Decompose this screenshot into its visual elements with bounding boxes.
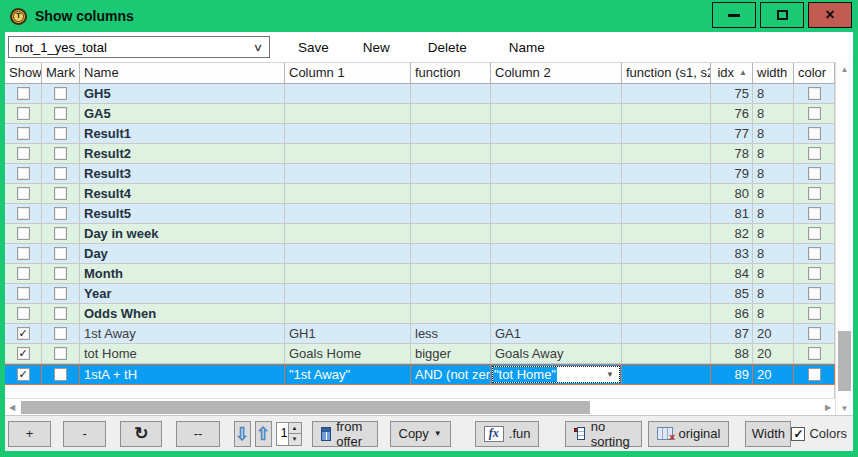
no-sorting-button[interactable]: no sorting <box>565 421 642 447</box>
table-row[interactable]: Year858 <box>5 284 835 304</box>
move-up-button[interactable]: ⇧ <box>255 421 272 447</box>
color-checkbox[interactable] <box>808 107 821 120</box>
table-row[interactable]: Day in week828 <box>5 224 835 244</box>
mark-checkbox[interactable] <box>54 87 67 100</box>
scroll-right-icon[interactable]: ▶ <box>821 403 835 412</box>
mark-checkbox[interactable] <box>54 187 67 200</box>
remove-row-button[interactable]: - <box>63 421 106 447</box>
mark-checkbox[interactable] <box>54 307 67 320</box>
colors-toggle[interactable]: ✓ Colors <box>791 426 847 441</box>
show-checkbox[interactable]: ✓ <box>17 368 30 381</box>
add-row-button[interactable]: + <box>8 421 51 447</box>
from-offer-button[interactable]: from offer <box>312 421 378 447</box>
minimize-button[interactable] <box>712 2 756 28</box>
column2-editor-combobox[interactable]: "tot Home"▼ <box>492 366 620 383</box>
color-checkbox[interactable] <box>808 87 821 100</box>
original-button[interactable]: × original <box>648 421 729 447</box>
mark-checkbox[interactable] <box>54 107 67 120</box>
remove-all-button[interactable]: -- <box>176 421 219 447</box>
mark-checkbox[interactable] <box>54 167 67 180</box>
show-checkbox[interactable] <box>17 147 30 160</box>
show-checkbox[interactable] <box>17 267 30 280</box>
close-button[interactable]: × <box>808 2 852 28</box>
position-spinner[interactable]: 1 ▲ ▼ <box>276 422 302 446</box>
table-row[interactable]: Day838 <box>5 244 835 264</box>
mark-checkbox[interactable] <box>54 147 67 160</box>
copy-dropdown-button[interactable]: Copy ▼ <box>390 421 451 447</box>
table-row[interactable]: Result3798 <box>5 164 835 184</box>
column-header-name[interactable]: Name <box>80 63 285 83</box>
column-header-idx[interactable]: idx▲ <box>711 63 753 83</box>
scroll-down-icon[interactable]: ▼ <box>836 401 853 415</box>
show-checkbox[interactable] <box>17 227 30 240</box>
table-row[interactable]: Month848 <box>5 264 835 284</box>
column-header-color[interactable]: color <box>794 63 835 83</box>
mark-checkbox[interactable] <box>54 327 67 340</box>
fun-button[interactable]: fx .fun <box>475 421 540 447</box>
scroll-up-icon[interactable]: ▲ <box>836 62 853 76</box>
move-down-button[interactable]: ⇩ <box>234 421 251 447</box>
vertical-scrollbar[interactable]: ▲ ▼ <box>835 62 853 415</box>
delete-button[interactable]: Delete <box>422 36 473 59</box>
color-checkbox[interactable] <box>808 187 821 200</box>
color-checkbox[interactable] <box>808 287 821 300</box>
vertical-scroll-thumb[interactable] <box>838 331 851 391</box>
table-row[interactable]: Result5818 <box>5 204 835 224</box>
column-header-function[interactable]: function <box>411 63 491 83</box>
column-header-mark[interactable]: Mark <box>42 63 80 83</box>
show-checkbox[interactable] <box>17 127 30 140</box>
column-header-column1[interactable]: Column 1 <box>285 63 411 83</box>
mark-checkbox[interactable] <box>54 227 67 240</box>
color-checkbox[interactable] <box>808 327 821 340</box>
mark-checkbox[interactable] <box>54 267 67 280</box>
save-button[interactable]: Save <box>292 36 335 59</box>
horizontal-scrollbar[interactable]: ◀ ▶ <box>5 398 835 415</box>
horizontal-scroll-thumb[interactable] <box>21 401 590 414</box>
maximize-button[interactable] <box>760 2 804 28</box>
table-row[interactable]: Odds When868 <box>5 304 835 324</box>
color-checkbox[interactable] <box>808 307 821 320</box>
table-row[interactable]: ✓1stA + tH"1st Away"AND (not zero)"tot H… <box>5 364 835 385</box>
name-button[interactable]: Name <box>503 36 551 59</box>
show-checkbox[interactable] <box>17 87 30 100</box>
table-row[interactable]: ✓tot HomeGoals HomebiggerGoals Away8820 <box>5 344 835 364</box>
show-checkbox[interactable] <box>17 287 30 300</box>
table-row[interactable]: Result4808 <box>5 184 835 204</box>
color-checkbox[interactable] <box>808 147 821 160</box>
mark-checkbox[interactable] <box>54 207 67 220</box>
color-checkbox[interactable] <box>808 347 821 360</box>
colors-checkbox[interactable]: ✓ <box>791 427 805 441</box>
mark-checkbox[interactable] <box>54 287 67 300</box>
scroll-left-icon[interactable]: ◀ <box>5 403 19 412</box>
column-header-column2[interactable]: Column 2 <box>491 63 622 83</box>
color-checkbox[interactable] <box>808 127 821 140</box>
show-checkbox[interactable]: ✓ <box>17 347 30 360</box>
table-row[interactable]: ✓1st AwayGH1lessGA18720 <box>5 324 835 344</box>
show-checkbox[interactable] <box>17 167 30 180</box>
spin-down-icon[interactable]: ▼ <box>289 434 301 445</box>
mark-checkbox[interactable] <box>54 368 67 381</box>
new-button[interactable]: New <box>357 36 396 59</box>
show-checkbox[interactable]: ✓ <box>17 327 30 340</box>
color-checkbox[interactable] <box>808 247 821 260</box>
column-header-width[interactable]: width <box>753 63 794 83</box>
color-checkbox[interactable] <box>808 207 821 220</box>
color-checkbox[interactable] <box>808 368 821 381</box>
color-checkbox[interactable] <box>808 267 821 280</box>
show-checkbox[interactable] <box>17 247 30 260</box>
show-checkbox[interactable] <box>17 207 30 220</box>
show-checkbox[interactable] <box>17 307 30 320</box>
mark-checkbox[interactable] <box>54 127 67 140</box>
show-checkbox[interactable] <box>17 187 30 200</box>
mark-checkbox[interactable] <box>54 247 67 260</box>
column-header-show[interactable]: Show <box>5 63 42 83</box>
table-row[interactable]: GH5758 <box>5 84 835 104</box>
table-row[interactable]: Result1778 <box>5 124 835 144</box>
color-checkbox[interactable] <box>808 167 821 180</box>
table-row[interactable]: GA5768 <box>5 104 835 124</box>
width-button[interactable]: Width <box>745 421 791 447</box>
chevron-down-icon[interactable]: ▼ <box>606 370 614 379</box>
mark-checkbox[interactable] <box>54 347 67 360</box>
table-row[interactable]: Result2788 <box>5 144 835 164</box>
refresh-button[interactable]: ↻ <box>120 421 162 447</box>
